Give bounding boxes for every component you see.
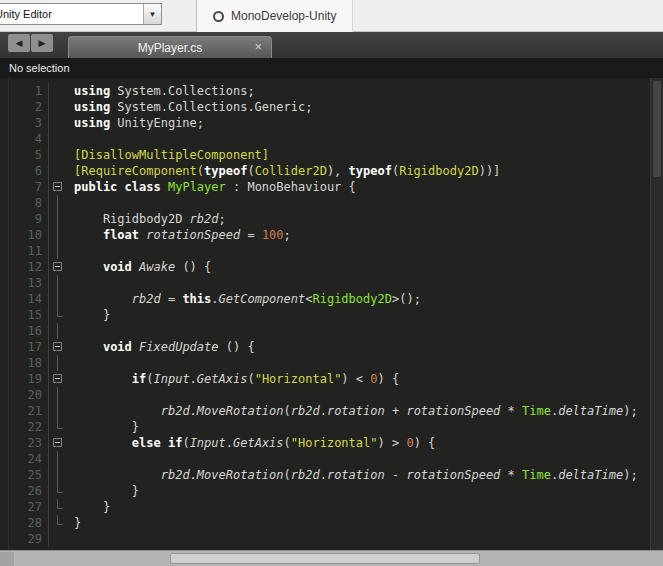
fold-collapse-icon[interactable] xyxy=(53,438,62,447)
code-line[interactable]: 4 xyxy=(0,131,663,147)
code-line[interactable]: 17 void FixedUpdate () { xyxy=(0,339,663,355)
fold-margin xyxy=(48,515,66,531)
app-tab-label: MonoDevelop-Unity xyxy=(231,9,336,23)
code-text: void Awake () { xyxy=(66,259,663,275)
code-text: rb2d.MoveRotation(rb2d.rotation + rotati… xyxy=(66,403,663,419)
code-line[interactable]: 27 } xyxy=(0,499,663,515)
code-text: float rotationSpeed = 100; xyxy=(66,227,663,243)
code-text: rb2d.MoveRotation(rb2d.rotation - rotati… xyxy=(66,467,663,483)
code-line[interactable]: 20 xyxy=(0,387,663,403)
code-line[interactable]: 22 } xyxy=(0,419,663,435)
code-text xyxy=(66,451,663,467)
code-text: } xyxy=(66,499,663,515)
code-line[interactable]: 1using System.Collections; xyxy=(0,83,663,99)
fold-margin xyxy=(48,163,66,179)
code-line[interactable]: 21 rb2d.MoveRotation(rb2d.rotation + rot… xyxy=(0,403,663,419)
fold-margin xyxy=(48,195,66,211)
code-text xyxy=(66,243,663,259)
fold-margin xyxy=(48,131,66,147)
vertical-scrollbar[interactable] xyxy=(650,78,663,550)
code-text: } xyxy=(66,307,663,323)
fold-margin xyxy=(48,243,66,259)
code-text: } xyxy=(66,483,663,499)
fold-margin xyxy=(48,403,66,419)
fold-margin xyxy=(48,483,66,499)
arrow-right-icon: ▶ xyxy=(39,38,46,48)
fold-margin xyxy=(48,147,66,163)
monodevelop-window: Unity Editor ▼ MonoDevelop-Unity ◀ ▶ MyP… xyxy=(0,0,663,566)
code-text xyxy=(66,531,663,547)
target-selector-value: Unity Editor xyxy=(0,8,143,20)
fold-margin xyxy=(48,227,66,243)
code-line[interactable]: 11 xyxy=(0,243,663,259)
arrow-left-icon: ◀ xyxy=(16,38,23,48)
code-text: } xyxy=(66,515,663,531)
code-line[interactable]: 24 xyxy=(0,451,663,467)
fold-margin xyxy=(48,499,66,515)
fold-toggle-icon[interactable] xyxy=(48,259,66,275)
breadcrumb-text: No selection xyxy=(9,62,70,74)
code-text xyxy=(66,387,663,403)
fold-margin xyxy=(48,387,66,403)
navigate-forward-button[interactable]: ▶ xyxy=(31,34,53,52)
fold-toggle-icon[interactable] xyxy=(48,339,66,355)
horizontal-scrollbar[interactable] xyxy=(0,550,663,566)
fold-collapse-icon[interactable] xyxy=(53,262,62,271)
fold-margin xyxy=(48,275,66,291)
tab-myplayer-cs[interactable]: MyPlayer.cs × xyxy=(68,36,272,58)
fold-margin xyxy=(48,419,66,435)
code-line[interactable]: 10 float rotationSpeed = 100; xyxy=(0,227,663,243)
code-line[interactable]: 9 Rigidbody2D rb2d; xyxy=(0,211,663,227)
code-line[interactable]: 18 xyxy=(0,355,663,371)
code-text: [DisallowMultipleComponent] xyxy=(66,147,663,163)
fold-toggle-icon[interactable] xyxy=(48,371,66,387)
fold-collapse-icon[interactable] xyxy=(53,374,62,383)
code-line[interactable]: 28} xyxy=(0,515,663,531)
navigate-back-button[interactable]: ◀ xyxy=(8,34,30,52)
fold-margin xyxy=(48,83,66,99)
fold-margin xyxy=(48,451,66,467)
code-line[interactable]: 7public class MyPlayer : MonoBehaviour { xyxy=(0,179,663,195)
code-text: using System.Collections; xyxy=(66,83,663,99)
code-line[interactable]: 2using System.Collections.Generic; xyxy=(0,99,663,115)
chevron-down-icon[interactable]: ▼ xyxy=(143,4,161,24)
target-selector[interactable]: Unity Editor ▼ xyxy=(0,3,162,25)
code-line[interactable]: 12 void Awake () { xyxy=(0,259,663,275)
code-line[interactable]: 13 xyxy=(0,275,663,291)
fold-toggle-icon[interactable] xyxy=(48,435,66,451)
horizontal-scrollbar-thumb[interactable] xyxy=(170,553,480,564)
code-line[interactable]: 25 rb2d.MoveRotation(rb2d.rotation - rot… xyxy=(0,467,663,483)
code-line[interactable]: 6[RequireComponent(typeof(Collider2D), t… xyxy=(0,163,663,179)
top-toolbar: Unity Editor ▼ MonoDevelop-Unity xyxy=(0,0,663,32)
fold-margin xyxy=(48,531,66,547)
scrollbar-corner xyxy=(0,552,14,566)
code-line[interactable]: 8 xyxy=(0,195,663,211)
close-tab-icon[interactable]: × xyxy=(254,39,262,55)
code-line[interactable]: 23 else if(Input.GetAxis("Horizontal") >… xyxy=(0,435,663,451)
code-line[interactable]: 29 xyxy=(0,531,663,547)
code-line[interactable]: 14 rb2d = this.GetComponent<Rigidbody2D>… xyxy=(0,291,663,307)
code-text xyxy=(66,323,663,339)
code-text xyxy=(66,131,663,147)
vertical-scrollbar-thumb[interactable] xyxy=(653,81,661,177)
code-text: using UnityEngine; xyxy=(66,115,663,131)
fold-margin xyxy=(48,99,66,115)
code-text: void FixedUpdate () { xyxy=(66,339,663,355)
fold-collapse-icon[interactable] xyxy=(53,182,62,191)
fold-collapse-icon[interactable] xyxy=(53,342,62,351)
code-line[interactable]: 5[DisallowMultipleComponent] xyxy=(0,147,663,163)
code-lines: 1using System.Collections;2using System.… xyxy=(0,83,663,547)
code-line[interactable]: 26 } xyxy=(0,483,663,499)
fold-margin xyxy=(48,467,66,483)
app-tab-monodevelop[interactable]: MonoDevelop-Unity xyxy=(197,0,353,32)
code-line[interactable]: 16 xyxy=(0,323,663,339)
code-line[interactable]: 19 if(Input.GetAxis("Horizontal") < 0) { xyxy=(0,371,663,387)
code-text: [RequireComponent(typeof(Collider2D), ty… xyxy=(66,163,663,179)
code-text: else if(Input.GetAxis("Horizontal") > 0)… xyxy=(66,435,663,451)
fold-toggle-icon[interactable] xyxy=(48,179,66,195)
selection-breadcrumb[interactable]: No selection xyxy=(0,58,663,78)
code-text xyxy=(66,275,663,291)
code-editor[interactable]: 1using System.Collections;2using System.… xyxy=(0,78,663,550)
code-line[interactable]: 15 } xyxy=(0,307,663,323)
code-line[interactable]: 3using UnityEngine; xyxy=(0,115,663,131)
